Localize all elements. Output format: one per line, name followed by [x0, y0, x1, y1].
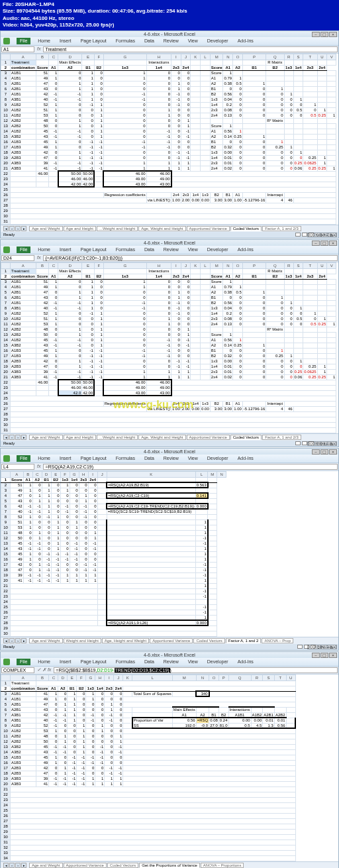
sheet-tab[interactable]: Factor A, 1 and 2 — [226, 638, 262, 643]
ribbon-tab-review[interactable]: Review — [162, 246, 181, 253]
sheet-tab[interactable]: Apportioned Variance — [187, 226, 230, 231]
tab-nav-prev[interactable]: ‹ — [9, 638, 15, 643]
ribbon-tab-view[interactable]: View — [186, 455, 200, 462]
name-box[interactable]: A1 — [1, 46, 34, 52]
ribbon-tab-formulas[interactable]: Formulas — [114, 659, 137, 665]
maximize-button[interactable]: ▢ — [320, 449, 328, 455]
ribbon-tab-home[interactable]: Home — [36, 659, 52, 665]
worksheet[interactable]: ABCDEFGHIJKLMN1ScoreA1A2B1B21x31x42x32x4… — [1, 471, 338, 637]
ribbon-tab-review[interactable]: Review — [162, 38, 181, 44]
formula-bar[interactable]: =RSQ($B$2:$B$19,D2:D19-TREND(D2:D19,$C2:… — [54, 667, 338, 673]
ribbon-tab-pagelayout[interactable]: Page Layout — [78, 38, 108, 44]
minimize-button[interactable]: – — [312, 449, 320, 455]
ribbon-tab-view[interactable]: View — [186, 246, 200, 253]
office-button[interactable] — [3, 455, 10, 462]
ribbon-tab-data[interactable]: Data — [142, 38, 156, 44]
sheet-tab[interactable]: Age, Weight and Height — [138, 226, 185, 231]
ribbon-tab-addins[interactable]: Add-Ins — [236, 246, 256, 253]
sheet-tab[interactable]: ...Weight and Height — [97, 435, 138, 440]
sheet-tab[interactable]: Age and Weight — [29, 638, 63, 643]
fx-icon[interactable]: fx — [34, 255, 43, 261]
sheet-tab[interactable]: Get the Proportions of Variance — [139, 863, 200, 868]
sheet-tab[interactable]: Age and Weight — [29, 435, 63, 440]
ribbon-tab-addins[interactable]: Add-Ins — [236, 38, 256, 44]
fx-icon[interactable]: fx — [34, 464, 43, 470]
office-button[interactable] — [3, 246, 10, 253]
ribbon-tab-pagelayout[interactable]: Page Layout — [78, 246, 108, 253]
sheet-tab[interactable]: Age and Height — [64, 435, 96, 440]
close-button[interactable]: × — [329, 449, 337, 455]
tab-nav-last[interactable]: ▸ — [21, 638, 26, 643]
tab-nav-prev[interactable]: ‹ — [9, 863, 15, 868]
office-button[interactable] — [3, 38, 10, 44]
close-button[interactable]: × — [329, 653, 337, 658]
fx-icon[interactable]: fx — [34, 46, 43, 52]
tab-nav-first[interactable]: ◂ — [3, 435, 9, 440]
tab-nav-next[interactable]: › — [15, 863, 21, 868]
sheet-tab[interactable]: Age and Weight — [29, 226, 63, 231]
ribbon-tab-home[interactable]: Home — [36, 246, 52, 253]
sheet-tab[interactable]: Age and Height — [64, 226, 96, 231]
sheet-tab[interactable]: ANOVA – Proportions — [201, 863, 244, 868]
formula-bar[interactable]: Treatment — [43, 46, 338, 52]
ribbon-tab-insert[interactable]: Insert — [58, 455, 73, 462]
sheet-tab[interactable]: Factor A, 1 and 2/3 — [262, 226, 301, 231]
ribbon-tab-developer[interactable]: Developer — [205, 455, 230, 462]
ribbon-tab-insert[interactable]: Insert — [58, 659, 73, 665]
ribbon-tab-formulas[interactable]: Formulas — [114, 246, 137, 253]
worksheet[interactable]: ABCDEFGHIJKLMNOPQRSTUV1TreatmentMain Eff… — [1, 262, 338, 433]
worksheet[interactable]: ABCDEFGHIJKLMNOPQRSTU1Treatment2combinat… — [1, 675, 338, 861]
maximize-button[interactable]: ▢ — [320, 653, 328, 658]
ribbon-tab-file[interactable]: File — [17, 246, 30, 253]
sheet-tab[interactable]: Factor A, 1 and 2/3 — [262, 435, 301, 440]
sheet-tab[interactable]: Coded Vectors — [230, 226, 262, 231]
ribbon-tab-addins[interactable]: Add-Ins — [236, 659, 256, 665]
tab-nav-last[interactable]: ▸ — [21, 863, 26, 868]
office-button[interactable] — [3, 659, 10, 665]
close-button[interactable]: × — [329, 241, 337, 246]
tab-nav-first[interactable]: ◂ — [3, 638, 9, 643]
ribbon-tab-insert[interactable]: Insert — [58, 38, 73, 44]
sheet-tab[interactable]: Weight and Height — [64, 638, 101, 643]
ribbon-tab-file[interactable]: File — [17, 455, 30, 462]
ribbon-tab-home[interactable]: Home — [36, 455, 52, 462]
ribbon-tab-home[interactable]: Home — [36, 38, 52, 44]
ribbon-tab-pagelayout[interactable]: Page Layout — [78, 455, 108, 462]
sheet-tab[interactable]: Apportioned Variance — [64, 863, 107, 868]
tab-nav-last[interactable]: ▸ — [21, 226, 26, 231]
ribbon-tab-data[interactable]: Data — [142, 246, 156, 253]
sheet-tab[interactable]: Age and Weight — [29, 863, 63, 868]
ribbon-tab-pagelayout[interactable]: Page Layout — [78, 659, 108, 665]
name-box[interactable]: L4 — [1, 464, 34, 470]
tab-nav-next[interactable]: › — [15, 226, 21, 231]
tab-nav-first[interactable]: ◂ — [3, 226, 9, 231]
minimize-button[interactable]: – — [312, 32, 320, 37]
fx-icon[interactable]: ✓ ✗ fx — [34, 667, 54, 673]
sheet-tab[interactable]: Age, Weight and Height — [138, 435, 185, 440]
tab-nav-next[interactable]: › — [15, 435, 21, 440]
tab-nav-last[interactable]: ▸ — [21, 435, 26, 440]
ribbon-tab-file[interactable]: File — [17, 659, 30, 665]
formula-bar[interactable]: =RSQ(A2:A19,C2:C19) — [43, 464, 338, 470]
minimize-button[interactable]: – — [312, 653, 320, 658]
tab-nav-first[interactable]: ◂ — [3, 863, 9, 868]
maximize-button[interactable]: ▢ — [320, 32, 328, 37]
worksheet[interactable]: ABCDEFGHIJKLMNOPQRSTUV1TreatmentMain Eff… — [1, 54, 338, 225]
ribbon-tab-insert[interactable]: Insert — [58, 246, 73, 253]
ribbon-tab-developer[interactable]: Developer — [205, 659, 230, 665]
ribbon-tab-formulas[interactable]: Formulas — [114, 455, 137, 462]
ribbon-tab-developer[interactable]: Developer — [205, 246, 230, 253]
ribbon-tab-formulas[interactable]: Formulas — [114, 38, 137, 44]
formula-bar[interactable]: {=AVERAGE(IF(C3:C20=-1,B3:B20))} — [43, 255, 338, 261]
minimize-button[interactable]: – — [312, 241, 320, 246]
name-box[interactable]: D24 — [1, 255, 34, 261]
ribbon-tab-addins[interactable]: Add-Ins — [236, 455, 256, 462]
ribbon-tab-review[interactable]: Review — [162, 659, 181, 665]
maximize-button[interactable]: ▢ — [320, 241, 328, 246]
sheet-tab[interactable]: Apportioned Variance — [150, 638, 193, 643]
ribbon-tab-view[interactable]: View — [186, 659, 200, 665]
sheet-tab[interactable]: Apportioned Variance — [187, 435, 230, 440]
ribbon-tab-data[interactable]: Data — [142, 455, 156, 462]
close-button[interactable]: × — [329, 32, 337, 37]
sheet-tab[interactable]: Coded Vectors — [230, 435, 262, 440]
